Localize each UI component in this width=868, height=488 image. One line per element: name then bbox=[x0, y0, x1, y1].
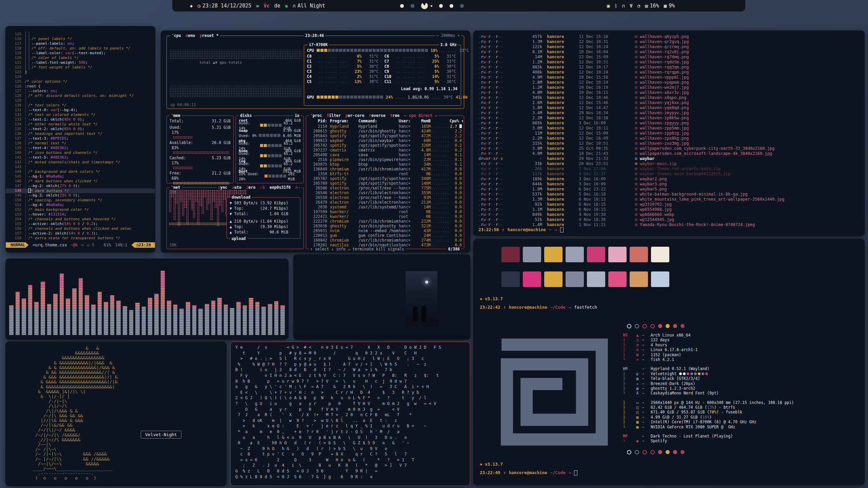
screenshot-icon[interactable]: ▣ bbox=[607, 3, 610, 8]
btop-tabs[interactable]: 'cpu menu preset * bbox=[170, 33, 220, 38]
process-row[interactable]: 205787spotify/opt/spotify/spotify --tyha… bbox=[308, 176, 462, 181]
clock-module[interactable]: ◷23:28 14/12/2025 bbox=[197, 3, 251, 9]
process-row[interactable]: 26479electron/usr/lib/electron39/electha… bbox=[308, 200, 462, 205]
proc-footer[interactable]: ↑ select ↓ info ↵ terminate kill signals bbox=[309, 247, 406, 251]
file-owner: hancore bbox=[542, 80, 579, 85]
cpu-module[interactable]: ▩9% bbox=[664, 3, 675, 9]
headphones-icon[interactable]: ∩ bbox=[622, 3, 625, 8]
moon-highlight bbox=[425, 281, 428, 284]
cpu-core-table: C0.. ..... .......6%31°CC1.. ..... .....… bbox=[307, 54, 458, 84]
process-row[interactable]: 220013gumgum confirm Continue withhanc+2… bbox=[308, 233, 462, 238]
fastfetch-item-value: 4.99 GiB / 31.27 GiB (16%) bbox=[651, 415, 712, 420]
file-row: .rw-r--r--14Mhancore12 Dec 15:09⊡wallhav… bbox=[478, 55, 861, 60]
cava-bar bbox=[148, 298, 152, 335]
process-row[interactable]: 2516pipewire/usr/bin/pipewire-pulsehanc+… bbox=[308, 157, 462, 162]
files-prompt[interactable]: 23:22:56 ↑ hancore@machine ~ → bbox=[478, 227, 564, 233]
workspace-active-pacman[interactable] bbox=[421, 2, 428, 9]
keyboard-layout[interactable]: de bbox=[274, 3, 280, 9]
editor-line: 127--colors: on; bbox=[6, 89, 155, 94]
ram-module[interactable]: ▤16% bbox=[645, 3, 659, 9]
neovim-window[interactable]: 115116/* panel labels */117--panel-label… bbox=[5, 26, 155, 252]
process-row[interactable]: 197599kworker/root0B..........0.0 bbox=[308, 209, 462, 214]
bluetooth-icon[interactable]: ᛒ bbox=[614, 3, 617, 8]
editor-line: 121--label-font-weight: 500; bbox=[6, 60, 155, 65]
workspace-dot-5[interactable] bbox=[450, 4, 453, 8]
indent-guide bbox=[25, 131, 28, 136]
process-row[interactable]: 205843spotify/opt/spotify/spotify --tyha… bbox=[308, 134, 462, 138]
workspace-switcher[interactable] bbox=[400, 0, 464, 12]
keyboard-variant-icon: V̇c bbox=[264, 3, 270, 8]
spotify-icon[interactable]: ◉ bbox=[285, 3, 288, 8]
process-row[interactable]: 207237cmatrixcmatrixhanc+4.8M..........0… bbox=[308, 148, 462, 152]
process-row[interactable]: 1350btrfs-trroot0B..........0.0 bbox=[308, 171, 462, 176]
process-row[interactable]: 222270chromium/usr/lib/chromium/chromiuh… bbox=[308, 219, 462, 224]
fastfetch-terminal-window[interactable]: ❖ v3.13.7 23:22:42 ↑ hancore@machine ~/C… bbox=[473, 239, 865, 485]
arrow-icon: → bbox=[642, 386, 651, 391]
proc-tabs[interactable]: 'proc filter per-core reverse tree ← cpu… bbox=[309, 113, 438, 118]
workspace-dot-2[interactable] bbox=[411, 4, 414, 8]
workspace-dot-1[interactable] bbox=[400, 4, 404, 8]
shell-prompt[interactable]: 23:22:49 ↑ hancore@machine ~/Code → bbox=[480, 470, 577, 476]
process-row[interactable]: 200615ghostty/usr/bin/ghostty --gtk-siha… bbox=[308, 129, 462, 134]
telegram-icon[interactable]: ✉ bbox=[256, 3, 259, 8]
editor-code-text: } bbox=[25, 70, 27, 75]
fastfetch-item-icon: ★ bbox=[633, 381, 642, 386]
matrix-rain-window[interactable]: Y e / s < G > # < n e 3 E s = 7 X X D D … bbox=[230, 342, 470, 486]
files-terminal-window[interactable]: .rw-r--r--457khancore11 Dec 15:16⊡wallha… bbox=[473, 30, 865, 236]
cpu-graph-label[interactable]: total ▲▼ gpu-totals bbox=[199, 60, 242, 65]
process-row[interactable]: 205498cavacavahanc+14M..........0.1 bbox=[308, 152, 462, 157]
water-drop-icon[interactable]: ◆ bbox=[190, 3, 193, 8]
image-viewer-window[interactable] bbox=[293, 255, 470, 340]
process-row[interactable]: 2154HyprlandHyprlandhanc+165M..........2… bbox=[308, 124, 462, 129]
process-row[interactable]: 26550electron/proc/self/exe --type=utiha… bbox=[308, 195, 462, 200]
img-icon: ⊡ bbox=[632, 55, 640, 60]
line-number: 137 bbox=[6, 136, 25, 141]
editor-line: 154/* channels and buttons when hovered … bbox=[6, 217, 155, 222]
img-icon: ⊡ bbox=[632, 192, 640, 197]
editor-code-text: /* color options */ bbox=[25, 79, 67, 84]
file-owner: hancore bbox=[542, 39, 579, 44]
process-row[interactable]: 160842chromium/usr/lib/chromium/chromiuh… bbox=[308, 238, 462, 243]
indent-guide bbox=[29, 37, 32, 41]
file-size: 849k bbox=[520, 212, 542, 217]
workspace-dot-4[interactable] bbox=[439, 4, 443, 8]
process-row[interactable]: 205742spotify/opt/spotify/spotifyhanc+32… bbox=[308, 143, 462, 148]
btop-refresh-rate[interactable]: ─ 2000ms + bbox=[435, 33, 461, 38]
cava-visualizer-window[interactable] bbox=[5, 259, 289, 340]
fastfetch-prompt[interactable]: 23:22:42 ↑ hancore@machine ~/Code → fast… bbox=[480, 304, 597, 310]
file-size: 92k bbox=[520, 202, 542, 207]
process-row[interactable]: 199913waybar/usr/bin/waybarhanc+68M.....… bbox=[308, 138, 462, 143]
microphone-icon[interactable]: Ψ bbox=[630, 3, 632, 8]
process-row[interactable]: 222421kworker/root0B..........0.0 bbox=[308, 214, 462, 219]
file-date: 1 Nov 11:21 bbox=[579, 222, 632, 227]
process-row[interactable]: 26546electron/usr/lib/electron39/electha… bbox=[308, 190, 462, 195]
disks-io-tab[interactable]: io bbox=[295, 113, 299, 118]
gauge-icon[interactable]: ◔ bbox=[637, 3, 640, 8]
file-size: 3.8M bbox=[520, 105, 542, 110]
file-owner: hancore bbox=[542, 110, 579, 116]
process-row[interactable]: 136849chromium/usr/lib/chromium/chromiuh… bbox=[308, 167, 462, 171]
workspace-dot-6[interactable] bbox=[460, 4, 464, 8]
btop-window[interactable]: 'cpu menu preset * 23:28:46 ─ 2000ms + t… bbox=[161, 30, 470, 252]
color-circle bbox=[627, 324, 631, 328]
net-stat-row: ▲ Top: (9.30 Mibps) bbox=[230, 224, 298, 229]
net-tabs[interactable]: sync auto zero ←b enp0s31f6 n→ bbox=[217, 185, 301, 190]
now-playing[interactable]: ∩All Night bbox=[293, 3, 325, 9]
line-number: 115 bbox=[6, 32, 25, 37]
proc-list[interactable]: 2154HyprlandHyprlandhanc+165M..........2… bbox=[308, 124, 462, 247]
process-row[interactable]: 2036systemd/usr/lib/systemd/systemdhanc+… bbox=[308, 205, 462, 209]
process-row[interactable]: 203075btopbtophanc+34M..........0.1 bbox=[308, 162, 462, 167]
process-row[interactable]: 26586electron/proc/self/exe --type=renha… bbox=[308, 186, 462, 190]
file-date: 6 Dec 23:22 bbox=[579, 187, 632, 192]
ascii-art-window[interactable]: & & &&&&&&&&& &&&&&&&&&&&&&&&& & &&&&&&&… bbox=[5, 342, 226, 486]
net-stat-row: ▼ Top: (24.7 Mibps) bbox=[230, 206, 298, 211]
keyboard-variant-icon[interactable]: V̇c bbox=[264, 3, 270, 8]
terminal-colors-bottom bbox=[627, 450, 685, 454]
process-row[interactable]: 205031nvimnvim --embed /home/hancorhanc+… bbox=[308, 228, 462, 233]
process-row[interactable]: 205789spotify/opt/spotify/spotify --tyha… bbox=[308, 181, 462, 186]
telegram-icon: ✉ bbox=[256, 3, 259, 8]
color-swatch bbox=[544, 271, 563, 287]
file-row: .rw-r--r--11Mhancore12 Dec 15:09⊡wallhav… bbox=[478, 131, 861, 136]
editor-content[interactable]: 115116/* panel labels */117--panel-label… bbox=[6, 32, 155, 241]
process-row[interactable]: 203036ghostty/usr/bin/ghostty --gtk-siha… bbox=[308, 224, 462, 228]
